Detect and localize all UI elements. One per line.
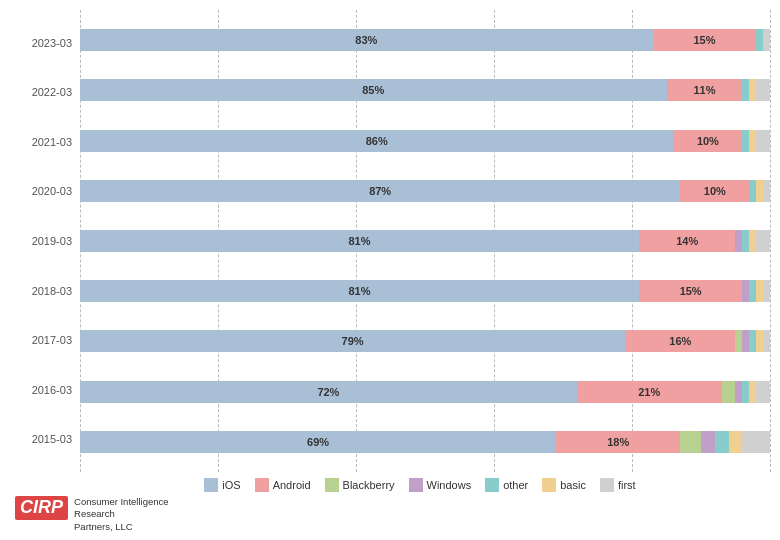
bar-label-ios: 87% [369,185,391,197]
legend-label-ios: iOS [222,479,240,491]
bar-segment-ios: 81% [80,230,639,252]
bar-row: 72%21%1%3% [80,372,770,412]
bar-track: 86%10% [80,130,770,152]
y-axis: 2023-032022-032021-032020-032019-032018-… [15,10,80,472]
bar-segment-first [763,180,770,202]
legend-item-blackberry: Blackberry [325,478,395,492]
bar-track: 85%11% [80,79,770,101]
legend-swatch-ios [204,478,218,492]
chart-area: 2023-032022-032021-032020-032019-032018-… [15,10,770,472]
legend-item-other: other [485,478,528,492]
footer-area: CIRP Consumer Intelligence Research Part… [10,496,770,535]
bar-label-android: 18% [607,436,629,448]
y-axis-label: 2016-03 [32,384,72,396]
bar-segment-android: 21% [577,381,722,403]
bar-track: 79%16% [80,330,770,352]
bar-segment-ios: 79% [80,330,625,352]
bar-row: 86%10%1%1%2% [80,121,770,161]
y-axis-label: 2017-03 [32,334,72,346]
legend-swatch-android [255,478,269,492]
bar-segment-windows [735,230,742,252]
bar-track: 87%10% [80,180,770,202]
bar-segment-other [756,29,763,51]
bar-segment-ios: 85% [80,79,667,101]
bar-segment-blackberry [735,330,742,352]
y-axis-label: 2018-03 [32,285,72,297]
legend-area: iOSAndroidBlackberryWindowsotherbasicfir… [10,472,770,496]
bar-segment-other [742,130,749,152]
y-axis-label: 2021-03 [32,136,72,148]
bar-label-android: 11% [693,84,715,96]
bar-track: 81%14% [80,230,770,252]
bar-segment-windows [742,280,749,302]
bar-row: 87%10%1%1%1% [80,171,770,211]
bar-segment-other [715,431,729,453]
bar-segment-other [742,230,749,252]
bar-segment-basic [756,330,763,352]
bar-label-android: 10% [704,185,726,197]
bar-row: 69%18%6%2%3%2% [80,422,770,462]
bar-label-android: 15% [680,285,702,297]
bar-segment-other [749,330,756,352]
bar-track: 83%15% [80,29,770,51]
cirp-logo: CIRP [15,496,68,520]
bar-segment-android: 10% [673,130,742,152]
legend-swatch-windows [409,478,423,492]
bar-segment-android: 15% [639,280,743,302]
bar-label-ios: 86% [366,135,388,147]
legend-label-windows: Windows [427,479,472,491]
logo-area: CIRP Consumer Intelligence Research Part… [15,496,169,533]
bar-label-ios: 69% [307,436,329,448]
bar-segment-blackberry [722,381,736,403]
legend-item-first: first [600,478,636,492]
legend-swatch-basic [542,478,556,492]
legend-label-blackberry: Blackberry [343,479,395,491]
y-axis-label: 2023-03 [32,37,72,49]
y-axis-label: 2019-03 [32,235,72,247]
bar-track: 69%18% [80,431,770,453]
grid-line [770,10,771,472]
bar-segment-basic [749,79,756,101]
bar-segment-android: 15% [653,29,757,51]
bar-segment-first [742,431,770,453]
bar-segment-basic [756,280,763,302]
bar-segment-basic [749,230,756,252]
y-axis-label: 2020-03 [32,185,72,197]
bar-segment-windows [735,381,742,403]
legend-item-windows: Windows [409,478,472,492]
bar-track: 72%21% [80,381,770,403]
chart-container: 2023-032022-032021-032020-032019-032018-… [0,0,780,540]
bars-area: 83%15%1%85%11%1%1%2%86%10%1%1%2%87%10%1%… [80,10,770,472]
legend-swatch-blackberry [325,478,339,492]
legend-label-other: other [503,479,528,491]
bar-row: 85%11%1%1%2% [80,70,770,110]
bar-label-ios: 81% [348,235,370,247]
legend-label-android: Android [273,479,311,491]
bar-row: 83%15%1% [80,20,770,60]
bar-segment-ios: 86% [80,130,673,152]
bar-segment-android: 18% [556,431,680,453]
bar-segment-first [763,330,770,352]
bar-row: 81%15%1%2% [80,271,770,311]
bar-segment-ios: 83% [80,29,653,51]
bar-segment-basic [729,431,743,453]
bar-label-android: 10% [697,135,719,147]
bar-segment-android: 14% [639,230,736,252]
bar-segment-android: 11% [667,79,743,101]
legend-item-android: Android [255,478,311,492]
bar-segment-basic [749,381,756,403]
bar-segment-windows [701,431,715,453]
bar-segment-android: 10% [680,180,749,202]
bar-segment-first [756,79,770,101]
bar-segment-blackberry [680,431,701,453]
legend-swatch-other [485,478,499,492]
bar-track: 81%15% [80,280,770,302]
bar-segment-basic [749,130,756,152]
bar-label-ios: 79% [342,335,364,347]
bar-label-android: 21% [638,386,660,398]
bar-segment-first [763,280,770,302]
bar-segment-basic [756,180,763,202]
bar-label-ios: 81% [348,285,370,297]
bar-label-ios: 83% [355,34,377,46]
bar-segment-ios: 72% [80,381,577,403]
